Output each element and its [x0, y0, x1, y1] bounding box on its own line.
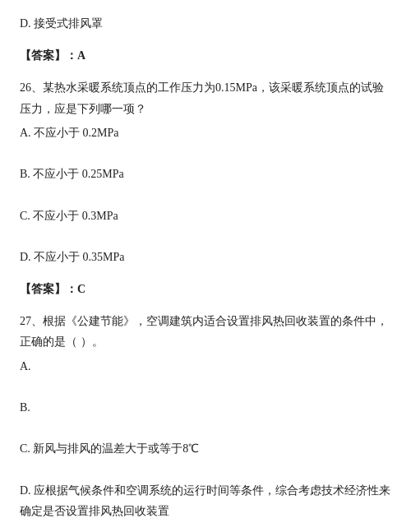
option-27-a: A. [20, 356, 391, 377]
option-26-a: A. 不应小于 0.2MPa [20, 123, 391, 143]
answer-25-section: 【答案】：A [20, 45, 391, 66]
question-27-text: 27、根据《公建节能》，空调建筑内适合设置排风热回收装置的条件中，正确的是（ ）… [20, 311, 391, 352]
option-26-c: C. 不应小于 0.3MPa [20, 206, 391, 226]
question-26-section: 26、某热水采暖系统顶点的工作压力为0.15MPa，该采暖系统顶点的试验压力，应… [20, 77, 391, 267]
option-d-text: D. 接受式排风罩 [20, 13, 391, 34]
option-26-d: D. 不应小于 0.35MPa [20, 247, 391, 267]
answer-25-text: 【答案】：A [20, 45, 391, 66]
option-26-b: B. 不应小于 0.25MPa [20, 164, 391, 184]
options-27-list: A. B. C. 新风与排风的温差大于或等于8℃ D. 应根据气候条件和空调系统… [20, 356, 391, 522]
question-26-text: 26、某热水采暖系统顶点的工作压力为0.15MPa，该采暖系统顶点的试验压力，应… [20, 77, 391, 118]
option-27-d: D. 应根据气候条件和空调系统的运行时间等条件，综合考虑技术经济性来确定是否设置… [20, 480, 391, 521]
answer-26-text: 【答案】：C [20, 279, 391, 299]
option-27-c: C. 新风与排风的温差大于或等于8℃ [20, 438, 391, 459]
answer-26-section: 【答案】：C [20, 279, 391, 299]
options-26-list: A. 不应小于 0.2MPa B. 不应小于 0.25MPa C. 不应小于 0… [20, 123, 391, 267]
question-27-section: 27、根据《公建节能》，空调建筑内适合设置排风热回收装置的条件中，正确的是（ ）… [20, 311, 391, 521]
option-d-section: D. 接受式排风罩 [20, 13, 391, 34]
option-27-b: B. [20, 397, 391, 418]
page-content: D. 接受式排风罩 【答案】：A 26、某热水采暖系统顶点的工作压力为0.15M… [20, 13, 391, 532]
